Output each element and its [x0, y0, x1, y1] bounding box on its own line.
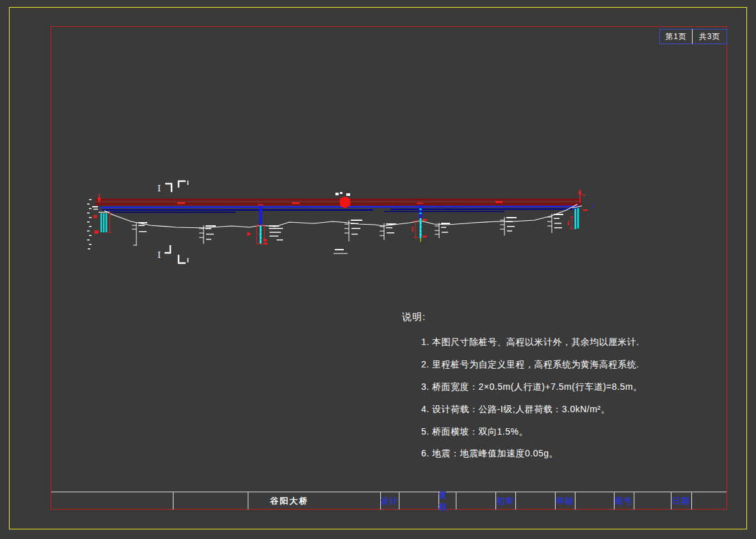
title-block-label-date: 日期	[671, 492, 691, 510]
cad-viewport[interactable]: 第1页 共3页	[0, 0, 756, 539]
title-block-divider	[575, 492, 575, 510]
bridge-elevation-drawing: I I	[0, 0, 756, 539]
notes-heading: 说明:	[402, 311, 677, 323]
title-block-divider	[456, 492, 456, 510]
title-block-label-recheck: 复核	[438, 492, 456, 510]
note-item-5: 5. 桥面横坡：双向1.5%。	[421, 426, 528, 438]
section-marker-bottom: I	[157, 245, 188, 263]
title-block-divider	[515, 492, 516, 510]
note-item-6: 6. 地震：地震峰值加速度0.05g。	[421, 448, 558, 460]
title-block-divider	[173, 492, 173, 510]
title-block-label-design: 设计	[380, 492, 399, 510]
drawing-title: 谷阳大桥	[248, 492, 331, 510]
title-block-label-initial-review: 初审	[495, 492, 515, 510]
title-block-label-drawing-no: 图号	[614, 492, 634, 510]
borehole-6	[500, 217, 517, 236]
notes-section: 说明: 1. 本图尺寸除桩号、高程以米计外，其余均以厘米计. 2. 里程桩号为自…	[402, 311, 677, 323]
borehole-7	[547, 214, 563, 233]
borehole-logs	[132, 214, 563, 246]
note-item-1: 1. 本图尺寸除桩号、高程以米计外，其余均以厘米计.	[421, 337, 639, 348]
section-marker-label: I	[157, 184, 161, 193]
title-block-label-audit: 审核	[555, 492, 575, 510]
borehole-1	[132, 222, 147, 246]
deck-slope-annotation	[495, 201, 503, 203]
title-block: 谷阳大桥 设计 复核 初审 审核 图号 日期	[51, 492, 727, 510]
section-marker-label: I	[157, 250, 161, 260]
span-label	[334, 249, 348, 253]
title-block-divider	[691, 492, 692, 510]
pier-1	[247, 205, 283, 245]
bridge-deck	[95, 198, 581, 205]
title-block-divider	[634, 492, 634, 510]
title-block-divider	[399, 492, 399, 510]
pier-1-annotations	[269, 225, 283, 241]
embankment-dash-column	[87, 199, 92, 250]
note-item-4: 4. 设计荷载：公路-Ⅰ级;人群荷载：3.0kN/m²。	[421, 404, 610, 415]
section-marker-top: I	[157, 181, 188, 193]
note-item-2: 2. 里程桩号为自定义里程，高程系统为黄海高程系统.	[421, 359, 639, 371]
note-item-3: 3. 桥面宽度：2×0.5m(人行道)+7.5m(行车道)=8.5m。	[421, 382, 642, 393]
station-arrow-right	[578, 189, 582, 194]
borehole-5	[435, 223, 450, 238]
